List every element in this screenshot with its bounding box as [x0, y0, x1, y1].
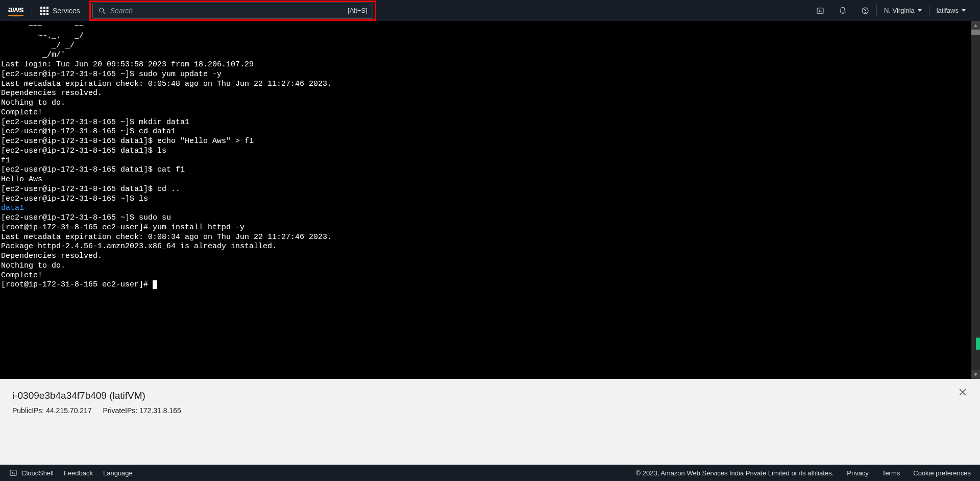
cloudshell-label: CloudShell	[21, 469, 54, 477]
cloudshell-button[interactable]: CloudShell	[9, 469, 54, 477]
terminal-icon	[816, 7, 824, 15]
close-button[interactable]	[958, 387, 968, 399]
terms-link[interactable]: Terms	[882, 469, 900, 477]
private-ip-label: PrivateIPs:	[103, 406, 137, 415]
terminal-cursor	[153, 280, 157, 289]
svg-point-0	[99, 8, 103, 12]
terminal-panel[interactable]: ~~~ ~~ ~~._. _/ _/ _/ _/m/' Last login: …	[0, 21, 980, 379]
svg-point-5	[865, 12, 865, 12]
services-grid-icon	[40, 7, 48, 15]
scroll-up-icon[interactable]: ▲	[971, 21, 980, 30]
services-label: Services	[53, 7, 80, 15]
aws-logo[interactable]: aws	[7, 5, 32, 16]
terminal-output[interactable]: ~~~ ~~ ~~._. _/ _/ _/ _/m/' Last login: …	[0, 21, 980, 291]
chevron-down-icon	[962, 9, 966, 12]
terminal-dir-output: data1	[1, 204, 24, 212]
notifications-button[interactable]	[831, 0, 854, 21]
bell-icon	[839, 7, 847, 15]
help-button[interactable]	[854, 0, 876, 21]
scroll-thumb[interactable]	[971, 30, 980, 35]
terminal-icon	[9, 469, 17, 477]
public-ip-value: 44.215.70.217	[46, 406, 92, 415]
search-input[interactable]	[110, 7, 344, 15]
instance-info-panel: i-0309e3b4a34f7b409 (latifVM) PublicIPs:…	[0, 379, 980, 465]
privacy-link[interactable]: Privacy	[847, 469, 869, 477]
help-icon	[861, 7, 869, 15]
scroll-indicator[interactable]	[976, 338, 980, 350]
aws-logo-text: aws	[8, 5, 24, 14]
instance-ips: PublicIPs: 44.215.70.217 PrivateIPs: 172…	[12, 406, 968, 415]
terminal-prompt: [root@ip-172-31-8-165 ec2-user]#	[1, 280, 153, 289]
scroll-down-icon[interactable]: ▼	[971, 370, 980, 379]
search-wrapper: [Alt+S]	[92, 3, 373, 19]
feedback-link[interactable]: Feedback	[64, 469, 93, 477]
bottom-bar: CloudShell Feedback Language © 2023, Ama…	[0, 465, 980, 481]
account-menu[interactable]: latifaws	[929, 0, 973, 21]
region-selector[interactable]: N. Virginia	[877, 0, 929, 21]
cloudshell-top-icon[interactable]	[809, 0, 831, 21]
instance-title: i-0309e3b4a34f7b409 (latifVM)	[12, 390, 968, 401]
cookie-preferences-link[interactable]: Cookie preferences	[913, 469, 971, 477]
services-button[interactable]: Services	[32, 0, 88, 21]
scroll-track[interactable]	[971, 30, 980, 370]
chevron-down-icon	[918, 9, 922, 12]
vertical-scrollbar[interactable]: ▲ ▼	[971, 21, 980, 379]
public-ip-label: PublicIPs:	[12, 406, 44, 415]
region-label: N. Virginia	[884, 7, 915, 14]
search-shortcut-hint: [Alt+S]	[348, 7, 368, 14]
copyright-text: © 2023, Amazon Web Services India Privat…	[636, 469, 834, 477]
account-label: latifaws	[937, 7, 959, 14]
language-link[interactable]: Language	[103, 469, 133, 477]
search-box[interactable]: [Alt+S]	[92, 3, 373, 19]
search-icon	[98, 7, 106, 15]
svg-line-1	[103, 12, 105, 14]
private-ip-value: 172.31.8.165	[139, 406, 181, 415]
top-nav: aws Services [Alt+S] N. Virginia latifaw…	[0, 0, 980, 21]
close-icon	[958, 387, 968, 397]
aws-smile-icon	[7, 13, 24, 16]
